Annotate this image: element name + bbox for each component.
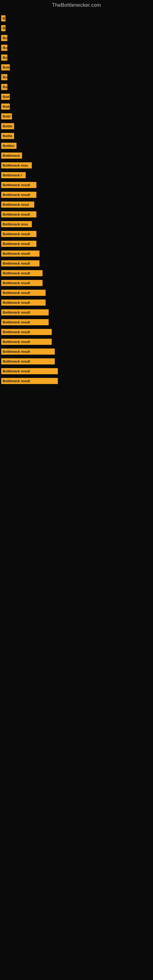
list-item: Bottleneck result <box>0 309 153 315</box>
bottleneck-label: Bottleneck result <box>1 192 37 198</box>
bottleneck-label: Bo <box>1 84 7 90</box>
bottleneck-label: Bottleneck result <box>1 339 52 345</box>
list-item: B <box>0 15 153 21</box>
list-item: Bottleneck r <box>0 172 153 178</box>
list-item: Bottleneck resu <box>0 221 153 227</box>
list-item: Bottleneck result <box>0 260 153 266</box>
bottleneck-label: Bottleneck result <box>1 368 58 374</box>
list-item: Bottleneck result <box>0 231 153 237</box>
bottleneck-label: Bottleneck <box>1 153 22 159</box>
bottleneck-label: Bottleneck result <box>1 270 43 276</box>
list-item: Bott <box>0 103 153 110</box>
list-item: Bottleneck result <box>0 368 153 374</box>
site-title: TheBottlenecker.com <box>0 0 153 10</box>
list-item: Bottleneck result <box>0 299 153 305</box>
bottleneck-label: Bott <box>1 64 10 70</box>
list-item: Bottleneck result <box>0 270 153 276</box>
bottleneck-label: Bottleneck result <box>1 231 37 237</box>
bottleneck-label: Bottleneck result <box>1 348 55 355</box>
bottleneck-label: Bottleneck result <box>1 211 37 218</box>
list-item: Bottle <box>0 133 153 139</box>
list-item: Bo <box>0 54 153 60</box>
list-item: Bott <box>0 64 153 70</box>
list-item: Bottl <box>0 113 153 119</box>
list-item: Bottlen <box>0 143 153 149</box>
list-item: Bo <box>0 35 153 41</box>
bottleneck-label: Bottleneck result <box>1 329 52 335</box>
list-item: Bottleneck result <box>0 378 153 384</box>
bottleneck-label: Bottle <box>1 133 14 139</box>
bottleneck-label: Bottleneck resu <box>1 162 32 169</box>
list-item: Bottleneck result <box>0 339 153 345</box>
bottleneck-label: Bo <box>1 74 7 80</box>
list-item: Bottleneck result <box>0 192 153 198</box>
bottleneck-label: Bottleneck result <box>1 358 55 364</box>
bottleneck-label: Bottleneck result <box>1 290 46 296</box>
bottleneck-label: Bottleneck r <box>1 172 26 178</box>
bottleneck-label: Bo <box>1 45 7 51</box>
bottleneck-label: Bo <box>1 54 7 60</box>
bottleneck-label: Bott <box>1 103 10 110</box>
bottleneck-label: Bottleneck result <box>1 309 49 315</box>
list-item: B <box>0 25 153 31</box>
bottleneck-label: Bottleneck result <box>1 378 58 384</box>
bottleneck-label: Bottleneck result <box>1 260 40 266</box>
list-item: Bottleneck result <box>0 241 153 247</box>
bottleneck-label: Bottleneck result <box>1 250 40 257</box>
bottleneck-label: Bottleneck resu <box>1 221 32 227</box>
list-item: Bottleneck result <box>0 319 153 325</box>
list-item: Bo <box>0 84 153 90</box>
list-item: Bottleneck result <box>0 182 153 188</box>
bottleneck-label: Bottleneck result <box>1 241 37 247</box>
list-item: Bottleneck <box>0 153 153 159</box>
list-item: Bottleneck result <box>0 250 153 257</box>
bottleneck-label: Bott <box>1 94 10 100</box>
list-item: Bo <box>0 74 153 80</box>
bottleneck-label: B <box>1 15 5 21</box>
bottleneck-label: Bottle <box>1 123 14 129</box>
list-item: Bottleneck result <box>0 358 153 364</box>
list-item: Bottleneck result <box>0 290 153 296</box>
list-item: Bott <box>0 94 153 100</box>
list-item: Bottleneck result <box>0 211 153 218</box>
list-item: Bottleneck resul <box>0 202 153 208</box>
items-container: BBBoBoBoBottBoBoBottBottBottlBottleBottl… <box>0 10 153 389</box>
bottleneck-label: Bottleneck result <box>1 280 43 286</box>
bottleneck-label: Bo <box>1 35 7 41</box>
list-item: Bottleneck resu <box>0 162 153 169</box>
bottleneck-label: Bottlen <box>1 143 16 149</box>
bottleneck-label: Bottleneck result <box>1 299 46 305</box>
list-item: Bottleneck result <box>0 280 153 286</box>
list-item: Bottleneck result <box>0 348 153 355</box>
bottleneck-label: Bottleneck result <box>1 319 49 325</box>
bottleneck-label: Bottleneck resul <box>1 202 34 208</box>
list-item: Bottleneck result <box>0 329 153 335</box>
bottleneck-label: Bottl <box>1 113 12 119</box>
bottleneck-label: Bottleneck result <box>1 182 37 188</box>
list-item: Bottle <box>0 123 153 129</box>
bottleneck-label: B <box>1 25 5 31</box>
list-item: Bo <box>0 45 153 51</box>
